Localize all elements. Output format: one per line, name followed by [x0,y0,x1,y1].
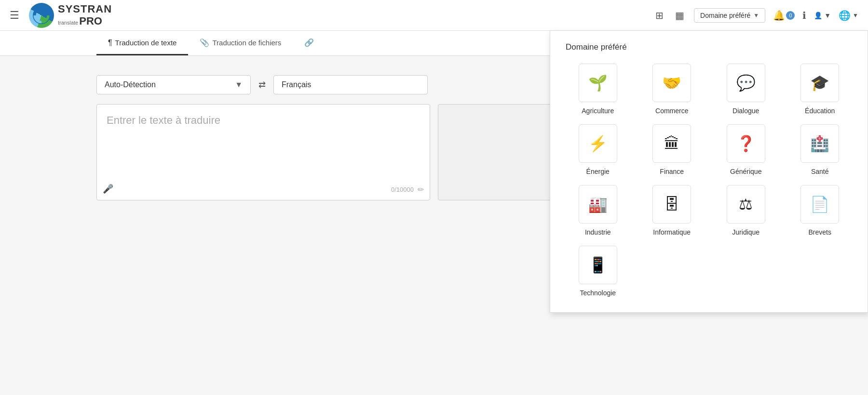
globe-icon: 🌐 [839,10,851,21]
tab-text-translation[interactable]: ¶ Traduction de texte [96,32,188,55]
logo: SYSTRAN translate PRO [29,3,112,28]
domain-item-dialogue[interactable]: 💬Dialogue [714,64,778,115]
link-icon: 🔗 [304,38,314,47]
domain-label-informatique: Informatique [653,228,691,236]
text-box-footer: 0/10000 ✏ [391,185,424,194]
domain-icon-dialogue: 💬 [727,64,765,102]
target-language-selector[interactable]: Français [273,75,428,94]
domain-item-finance[interactable]: 🏛Finance [640,124,705,175]
domain-icon-industrie: 🏭 [579,185,617,224]
header-left: ☰ SYSTRAN translate PRO [10,3,112,28]
hamburger-menu-icon[interactable]: ☰ [10,9,19,22]
domain-label-sante: Santé [811,168,829,175]
logo-pro-text: PRO [79,15,102,27]
domain-icon-technologie: 📱 [579,246,617,284]
domain-label-juridique: Juridique [732,228,760,236]
header: ☰ SYSTRAN translate PRO [0,0,868,31]
domain-label-brevets: Brevets [809,228,831,236]
domain-icon-sante: 🏥 [800,124,839,163]
domain-icon-commerce: 🤝 [652,64,691,102]
domain-icon-agriculture: 🌱 [579,64,617,102]
domain-item-industrie[interactable]: 🏭Industrie [566,185,630,236]
user-icon: 👤 [814,12,822,19]
domain-icon-energie: ⚡ [579,124,617,163]
domain-icon-finance: 🏛 [652,124,691,163]
source-lang-label: Auto-Détection [105,80,156,89]
domain-icon-brevets: 📄 [800,185,839,224]
domain-item-informatique[interactable]: 🗄Informatique [640,185,705,236]
domain-icon-education: 🎓 [800,64,839,102]
paperclip-icon: 📎 [200,38,209,47]
domain-icon-juridique: ⚖ [727,185,765,224]
user-menu-button[interactable]: 👤 ▼ [814,12,831,19]
tab-link-translation[interactable]: 🔗 [293,31,326,55]
logo-circle [29,3,54,28]
domain-icon-informatique: 🗄 [652,185,691,224]
domain-item-technologie[interactable]: 📱Technologie [566,246,630,297]
domain-item-generique[interactable]: ❓Générique [714,124,778,175]
tab-file-translation[interactable]: 📎 Traduction de fichiers [188,31,293,55]
notification-button[interactable]: 🔔 0 [773,10,795,21]
domain-item-sante[interactable]: 🏥Santé [788,124,853,175]
domain-label-dialogue: Dialogue [732,107,759,115]
domain-item-brevets[interactable]: 📄Brevets [788,185,853,236]
swap-languages-icon[interactable]: ⇄ [258,79,266,90]
bell-icon: 🔔 [773,10,785,21]
domain-dropdown-title: Domaine préféré [566,42,852,52]
domain-item-agriculture[interactable]: 🌱Agriculture [566,64,630,115]
microphone-icon[interactable]: 🎤 [103,184,113,194]
tab-text-label: Traduction de texte [115,39,177,47]
logo-translate-text: translate [58,20,78,26]
domain-label-finance: Finance [660,168,684,175]
domain-preferred-button[interactable]: Domaine préféré ▼ [694,8,765,23]
language-globe-button[interactable]: 🌐 ▼ [839,10,858,21]
domain-btn-label: Domaine préféré [700,12,750,19]
domain-dropdown: Domaine préféré 🌱Agriculture🤝Commerce💬Di… [550,31,868,313]
domain-item-commerce[interactable]: 🤝Commerce [640,64,705,115]
domain-grid: 🌱Agriculture🤝Commerce💬Dialogue🎓Éducation… [566,64,852,297]
source-lang-arrow-icon: ▼ [235,80,243,89]
target-lang-label: Français [282,80,311,89]
logo-systran-text: SYSTRAN [58,3,112,15]
card-view-icon[interactable]: ▦ [673,8,686,23]
domain-label-commerce: Commerce [655,107,688,115]
domain-item-education[interactable]: 🎓Éducation [788,64,853,115]
domain-icon-generique: ❓ [727,124,765,163]
header-right: ⊞ ▦ Domaine préféré ▼ 🔔 0 ℹ 👤 ▼ 🌐 ▼ [653,8,858,23]
source-language-selector[interactable]: Auto-Détection ▼ [96,75,251,94]
char-count: 0/10000 [391,186,414,193]
edit-icon: ✏ [418,185,424,194]
user-arrow-icon: ▼ [824,12,831,19]
notification-badge: 0 [786,11,795,20]
logo-text: SYSTRAN translate PRO [58,3,112,26]
domain-label-energie: Énergie [586,168,610,175]
info-icon[interactable]: ℹ [802,10,806,21]
tab-file-label: Traduction de fichiers [212,39,281,47]
grid-icon[interactable]: ⊞ [653,8,665,23]
source-text-box: Entrer le texte à traduire 🎤 0/10000 ✏ [96,104,430,200]
main-content: ¶ Traduction de texte 📎 Traduction de fi… [0,31,868,395]
domain-label-generique: Générique [730,168,761,175]
domain-label-technologie: Technologie [580,289,616,297]
domain-label-education: Éducation [805,107,835,115]
domain-item-energie[interactable]: ⚡Énergie [566,124,630,175]
globe-arrow-icon: ▼ [853,12,858,19]
domain-label-agriculture: Agriculture [582,107,614,115]
domain-item-juridique[interactable]: ⚖Juridique [714,185,778,236]
domain-label-industrie: Industrie [585,228,611,236]
paragraph-icon: ¶ [108,39,112,47]
domain-btn-arrow-icon: ▼ [753,12,759,19]
